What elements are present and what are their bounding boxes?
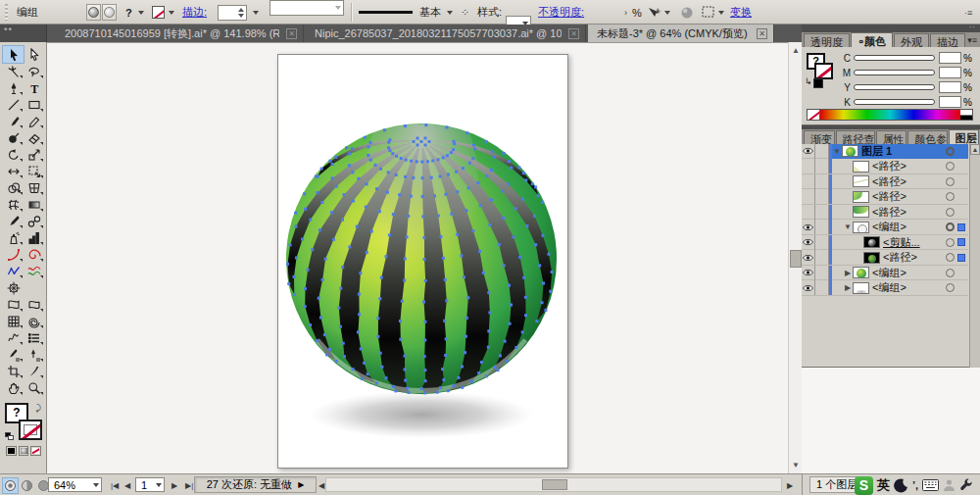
target-circle[interactable]	[946, 177, 955, 186]
layer-thumbnail[interactable]	[842, 145, 858, 157]
direct-selection-tool[interactable]	[24, 46, 44, 63]
layer-row[interactable]: <路径>	[802, 205, 968, 220]
layer-name[interactable]: <路径>	[872, 159, 906, 173]
target-circle[interactable]	[946, 208, 955, 217]
close-tab-icon[interactable]: ✕	[757, 28, 767, 39]
canvas-vertical-scrollbar[interactable]: ▲ ▼	[788, 42, 802, 473]
select-similar-icon[interactable]	[702, 0, 716, 25]
visibility-toggle[interactable]	[802, 159, 815, 173]
document-tab[interactable]: 2008710145016959 [转换].ai* @ 141.98% (RGB…	[56, 25, 304, 42]
scroll-up-arrow[interactable]: ▲	[790, 44, 802, 57]
brush-dropdown[interactable]	[447, 0, 453, 25]
warp-tool[interactable]	[3, 296, 24, 313]
document-tab[interactable]: Nipic_26785037_20180321175057703037.ai* …	[306, 25, 586, 42]
visibility-toggle[interactable]	[802, 205, 815, 220]
layer-thumbnail[interactable]	[853, 222, 869, 233]
color-spectrum-bar[interactable]	[807, 109, 973, 121]
envelope-icon[interactable]	[680, 0, 694, 25]
eyedropper-tool[interactable]	[3, 213, 24, 229]
channel-slider[interactable]	[854, 70, 935, 75]
wave-tool[interactable]	[24, 263, 44, 279]
history-arrow-icon[interactable]: ▶	[298, 480, 304, 489]
knife-tool[interactable]	[24, 363, 44, 379]
pen-tool[interactable]	[3, 79, 24, 96]
lock-toggle[interactable]	[815, 144, 829, 159]
channel-value-input[interactable]	[939, 81, 961, 93]
transform-link[interactable]: 变换	[730, 0, 752, 25]
zoom-level-combo[interactable]: 64%	[48, 477, 102, 492]
wrench-icon[interactable]	[959, 478, 973, 492]
panel-tab[interactable]: 路径查	[836, 130, 875, 144]
layer-row[interactable]: <剪贴...	[802, 235, 968, 250]
mesh-tool[interactable]	[3, 196, 24, 213]
free-transform-tool[interactable]	[24, 163, 44, 179]
none-button[interactable]	[30, 446, 41, 456]
stroke-proxy[interactable]	[19, 420, 42, 440]
recolor-icon[interactable]: ⁘	[461, 0, 468, 25]
normal-screen-mode-button[interactable]	[3, 478, 18, 493]
history-status[interactable]: 27 次还原: 无重做 ▶	[194, 476, 317, 493]
arc-tool[interactable]	[3, 246, 24, 263]
lock-toggle[interactable]	[815, 250, 829, 265]
target-circle[interactable]	[946, 192, 955, 201]
layer-name[interactable]: <编组>	[872, 266, 906, 280]
panel-menu-icon[interactable]: ▾≡	[967, 35, 977, 45]
spiral-tool[interactable]	[24, 246, 44, 263]
layer-thumbnail[interactable]	[853, 267, 869, 278]
stroke-dropdown[interactable]	[169, 0, 174, 25]
layer-name[interactable]: <路径>	[872, 189, 906, 204]
user-icon[interactable]	[943, 478, 956, 492]
layer-name[interactable]: <剪贴...	[883, 235, 920, 250]
prev-page-button[interactable]: ◀	[122, 474, 133, 495]
page-number-combo[interactable]: 1	[135, 477, 165, 492]
type-tool[interactable]: T	[24, 79, 44, 96]
panel-tab[interactable]: 渐变	[804, 130, 835, 144]
pencil-tool[interactable]	[24, 113, 44, 129]
ime-language-toggle[interactable]: 英	[877, 476, 890, 494]
expand-toggle[interactable]: ▶	[843, 283, 853, 292]
measure-eyedropper-tool[interactable]	[3, 346, 24, 363]
stroke-label-link[interactable]: 描边:	[182, 0, 207, 25]
layer-name[interactable]: <路径>	[872, 205, 906, 220]
fill-stroke-indicator[interactable]: ? ⤸	[5, 403, 42, 440]
visibility-toggle[interactable]	[802, 280, 815, 295]
target-circle[interactable]	[946, 283, 955, 292]
width-tool[interactable]	[3, 163, 24, 179]
document-tab[interactable]: 未标题-3* @ 64% (CMYK/预览) ✕	[588, 25, 774, 42]
hue-gradient[interactable]	[820, 110, 960, 120]
layer-thumbnail[interactable]	[853, 282, 869, 294]
blend-tool[interactable]	[24, 213, 44, 229]
default-fill-stroke-icon[interactable]	[5, 432, 14, 440]
black-swatch[interactable]	[813, 78, 823, 88]
lock-toggle[interactable]	[815, 235, 829, 250]
channel-slider[interactable]	[854, 55, 935, 61]
layer-row[interactable]: ▼图层 1	[802, 144, 968, 159]
moon-icon[interactable]	[894, 478, 908, 493]
selection-tool[interactable]	[3, 46, 24, 63]
layer-thumbnail[interactable]	[863, 252, 880, 264]
layer-row[interactable]: ▶<编组>	[802, 266, 968, 280]
symbol-sprayer-tool[interactable]	[3, 229, 24, 246]
select-similar-dropdown[interactable]	[718, 0, 724, 25]
lens-flare-tool[interactable]	[3, 279, 24, 296]
expand-toggle[interactable]: ▶	[843, 269, 853, 277]
layer-thumbnail[interactable]	[853, 161, 869, 173]
fill-unknown-indicator[interactable]: ?	[125, 0, 132, 25]
layer-row[interactable]: <路径>	[802, 174, 968, 189]
panel-menu-icon[interactable]: ▾≡	[967, 132, 977, 142]
color-button[interactable]	[6, 446, 17, 456]
panel-options-icon[interactable]: ·≡	[964, 0, 972, 25]
lock-toggle[interactable]	[815, 159, 829, 173]
visibility-toggle[interactable]	[802, 250, 815, 265]
stroke-weight-stepper[interactable]	[218, 0, 247, 25]
stroke-color-button[interactable]	[102, 4, 117, 21]
opacity-spinner[interactable]: ›	[624, 0, 627, 25]
lock-toggle[interactable]	[815, 189, 829, 204]
white-black-swatches[interactable]	[960, 110, 972, 120]
opacity-label-link[interactable]: 不透明度:	[538, 0, 584, 25]
measure-pen-tool[interactable]	[24, 346, 44, 363]
panel-tab[interactable]: 描边	[930, 33, 965, 47]
hscroll-right-arrow[interactable]: ▶	[784, 474, 796, 495]
visibility-toggle[interactable]	[802, 144, 815, 159]
polyline-tool[interactable]	[3, 263, 24, 279]
